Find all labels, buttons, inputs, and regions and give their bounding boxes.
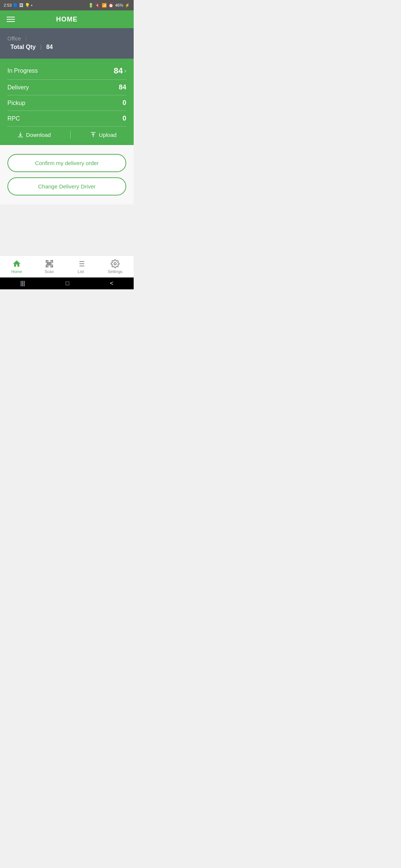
office-divider: | <box>25 36 27 42</box>
alarm-icon: ⏰ <box>108 3 114 8</box>
hamburger-menu-button[interactable] <box>5 15 16 23</box>
pickup-label: Pickup <box>7 100 25 106</box>
action-divider <box>70 131 71 138</box>
download-button[interactable]: Download <box>17 131 51 138</box>
nav-list-button[interactable]: List <box>76 259 85 274</box>
delivery-value: 84 <box>119 83 126 91</box>
upload-icon <box>90 131 97 138</box>
office-text: Office <box>7 36 21 42</box>
scan-icon <box>45 259 54 268</box>
total-qty-row: Total Qty | 84 <box>7 44 126 50</box>
change-driver-button[interactable]: Change Delivery Driver <box>7 177 126 195</box>
confirm-delivery-button[interactable]: Confirm my delivery order <box>7 154 126 172</box>
chevron-right-icon: › <box>124 68 126 74</box>
android-recents[interactable]: ||| <box>20 280 25 287</box>
total-qty-divider: | <box>40 44 42 50</box>
delivery-row: Delivery 84 <box>7 80 126 95</box>
upload-label: Upload <box>99 132 117 138</box>
in-progress-value-container[interactable]: 84 › <box>114 66 126 76</box>
android-back[interactable]: < <box>110 280 113 287</box>
settings-icon <box>111 259 120 268</box>
mute-icon: 🔇 <box>95 3 100 8</box>
svg-rect-9 <box>48 262 48 265</box>
charging-icon: ⚡ <box>125 3 130 8</box>
notification-icons: 🔵 🖼 💡 • <box>13 3 32 8</box>
rpc-row: RPC 0 <box>7 111 126 126</box>
total-qty-label: Total Qty <box>10 44 36 50</box>
hamburger-line-1 <box>7 17 15 17</box>
nav-scan-label: Scan <box>45 269 54 274</box>
download-label: Download <box>26 132 51 138</box>
in-progress-row: In Progress 84 › <box>7 62 126 79</box>
status-bar: 2:53 🔵 🖼 💡 • 🔋 🔇 📶 ⏰ 46% ⚡ <box>0 0 134 10</box>
rpc-value: 0 <box>123 115 126 122</box>
nav-settings-label: Settings <box>108 269 123 274</box>
top-nav-bar: HOME <box>0 10 134 28</box>
page-title: HOME <box>56 16 78 23</box>
wifi-icon: 📶 <box>102 3 107 8</box>
upload-button[interactable]: Upload <box>90 131 117 138</box>
download-icon <box>17 131 24 138</box>
nav-scan-button[interactable]: Scan <box>45 259 54 274</box>
svg-rect-10 <box>49 262 49 265</box>
battery-icon: 🔋 <box>88 3 94 8</box>
android-home[interactable]: □ <box>66 280 69 287</box>
svg-rect-8 <box>47 262 48 265</box>
in-progress-label: In Progress <box>7 68 38 74</box>
svg-rect-1 <box>46 260 47 263</box>
time-display: 2:53 <box>4 3 12 7</box>
svg-rect-12 <box>50 262 51 265</box>
rpc-label: RPC <box>7 115 20 122</box>
nav-settings-button[interactable]: Settings <box>108 259 123 274</box>
home-icon <box>12 259 21 268</box>
stats-section: In Progress 84 › Delivery 84 Pickup 0 RP… <box>0 59 134 145</box>
total-qty-value: 84 <box>46 44 53 50</box>
bottom-nav: Home Scan List Settings <box>0 255 134 277</box>
nav-home-button[interactable]: Home <box>11 259 22 274</box>
content-section: Confirm my delivery order Change Deliver… <box>0 145 134 204</box>
pickup-value: 0 <box>123 99 126 107</box>
svg-rect-3 <box>52 260 53 263</box>
info-section: Office | Total Qty | 84 <box>0 28 134 59</box>
nav-home-label: Home <box>11 269 22 274</box>
pickup-row: Pickup 0 <box>7 95 126 111</box>
android-nav-bar: ||| □ < <box>0 277 134 289</box>
delivery-label: Delivery <box>7 84 29 91</box>
hamburger-line-2 <box>7 19 15 20</box>
svg-rect-5 <box>46 265 47 267</box>
in-progress-value: 84 <box>114 66 123 76</box>
list-icon <box>76 259 85 268</box>
download-upload-row: Download Upload <box>7 126 126 140</box>
nav-list-label: List <box>78 269 84 274</box>
svg-point-19 <box>114 263 116 265</box>
office-label: Office | <box>7 36 126 42</box>
battery-percent: 46% <box>115 3 123 7</box>
svg-rect-7 <box>52 265 53 267</box>
hamburger-line-3 <box>7 21 15 22</box>
svg-rect-11 <box>50 262 50 265</box>
